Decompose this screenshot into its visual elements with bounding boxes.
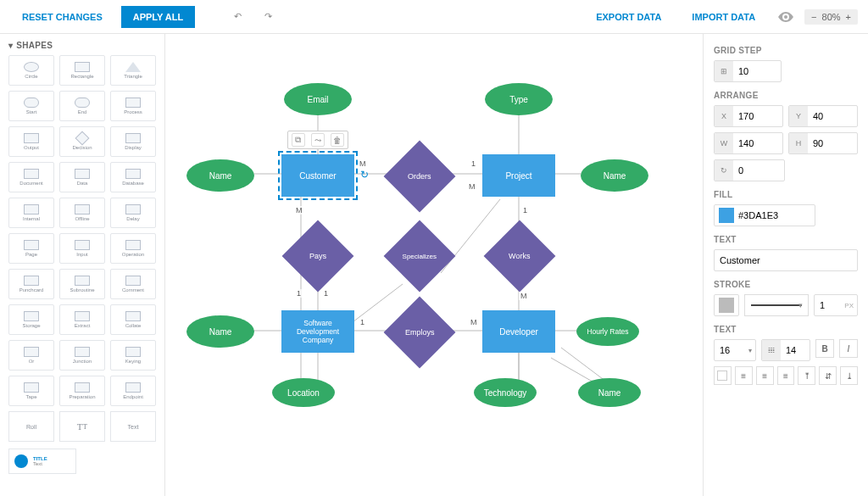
rel-orders[interactable]: Orders <box>384 141 456 213</box>
rel-works[interactable]: Works <box>484 220 556 293</box>
entity-customer[interactable]: Customer <box>281 154 354 197</box>
line-height-icon: 𝍖 <box>762 340 781 360</box>
shape-endpoint[interactable]: Endpoint <box>110 376 156 406</box>
shape-junction[interactable]: Junction <box>59 340 105 371</box>
shape-operation[interactable]: Operation <box>110 233 156 264</box>
shape-tape[interactable]: Tape <box>8 376 54 406</box>
shape-collate[interactable]: Collate <box>110 304 156 335</box>
align-right-button[interactable]: ≡ <box>777 366 795 385</box>
attr-location[interactable]: Location <box>272 378 335 407</box>
shape-page[interactable]: Page <box>8 233 54 264</box>
h-input[interactable] <box>808 138 857 148</box>
shape-text-tool[interactable]: TT <box>59 411 105 442</box>
mult-label: M <box>469 318 479 326</box>
shape-delay[interactable]: Delay <box>110 198 156 228</box>
attr-email[interactable]: Email <box>284 83 352 115</box>
rotate-handle-icon[interactable]: ↻ <box>359 169 370 181</box>
import-data-button[interactable]: IMPORT DATA <box>680 6 767 28</box>
h-icon: H <box>789 133 808 153</box>
shape-comment[interactable]: Comment <box>110 269 156 299</box>
font-size-input[interactable] <box>715 345 748 355</box>
shape-extract[interactable]: Extract <box>59 304 105 335</box>
attr-name-proj[interactable]: Name <box>581 159 648 192</box>
align-bottom-button[interactable]: ⤓ <box>840 366 858 385</box>
fill-input[interactable] <box>738 210 815 220</box>
mult-label: 1 <box>470 159 477 168</box>
canvas[interactable]: Email Type Name Name Name Hourly Rates L… <box>165 34 703 496</box>
collapse-icon[interactable]: ▾ <box>8 41 13 50</box>
shape-storage[interactable]: Storage <box>8 304 54 335</box>
shape-triangle[interactable]: Triangle <box>110 55 156 86</box>
undo-icon[interactable]: ↶ <box>225 5 249 29</box>
shape-document[interactable]: Document <box>8 162 54 192</box>
shape-or[interactable]: Or <box>8 340 54 371</box>
italic-button[interactable]: I <box>839 339 858 358</box>
redo-icon[interactable]: ↷ <box>256 5 280 29</box>
fill-swatch[interactable] <box>719 208 734 223</box>
apply-all-button[interactable]: APPLY ALL <box>121 6 196 28</box>
delete-icon[interactable]: 🗑 <box>331 133 344 147</box>
stroke-swatch[interactable] <box>719 298 734 313</box>
mult-label: M <box>467 182 477 191</box>
shape-text[interactable]: Text <box>110 411 156 442</box>
entity-project[interactable]: Project <box>482 154 555 197</box>
entity-developer[interactable]: Developer <box>482 310 555 353</box>
copy-icon[interactable]: ⧉ <box>292 133 305 147</box>
line-height-input[interactable] <box>781 345 810 355</box>
shape-internal[interactable]: Internal <box>8 198 54 228</box>
shape-decision[interactable]: Decision <box>59 126 105 157</box>
entity-sdc[interactable]: Software Development Company <box>281 310 354 353</box>
shape-database[interactable]: Database <box>110 162 156 192</box>
rel-employs[interactable]: Employs <box>384 297 456 369</box>
shape-data[interactable]: Data <box>59 162 105 192</box>
shape-end[interactable]: End <box>59 91 105 121</box>
rel-specializes[interactable]: Specializes <box>384 220 456 293</box>
text-content-label: TEXT <box>714 235 858 244</box>
shape-start[interactable]: Start <box>8 91 54 121</box>
shape-process[interactable]: Process <box>110 91 156 121</box>
zoom-in-icon[interactable]: + <box>846 12 851 22</box>
reset-changes-button[interactable]: RESET CHANGES <box>10 6 114 28</box>
shape-output[interactable]: Output <box>8 126 54 157</box>
align-center-button[interactable]: ≡ <box>756 366 774 385</box>
shape-preparation[interactable]: Preparation <box>59 376 105 406</box>
rel-pays[interactable]: Pays <box>282 220 354 293</box>
attr-name-dev[interactable]: Name <box>578 378 641 407</box>
bold-button[interactable]: B <box>815 339 834 358</box>
shape-offline[interactable]: Offline <box>59 198 105 228</box>
connect-icon[interactable]: ⤳ <box>311 133 325 147</box>
attr-technology[interactable]: Technology <box>474 378 537 407</box>
mult-label: 1 <box>359 318 366 326</box>
align-top-button[interactable]: ⤒ <box>798 366 815 385</box>
shape-roll[interactable]: Roll <box>8 411 54 442</box>
shape-card-preview[interactable]: TITLE Text <box>8 449 76 474</box>
shape-rectangle[interactable]: Rectangle <box>59 55 105 86</box>
shape-circle[interactable]: Circle <box>8 55 54 86</box>
shape-input[interactable]: Input <box>59 233 105 264</box>
mult-label: 1 <box>295 289 303 298</box>
text-color-button[interactable] <box>714 366 732 385</box>
x-input[interactable] <box>733 111 782 121</box>
align-middle-button[interactable]: ⇵ <box>819 366 837 385</box>
angle-input[interactable] <box>733 165 784 176</box>
align-left-button[interactable]: ≡ <box>735 366 753 385</box>
visibility-icon[interactable] <box>774 5 798 29</box>
y-input[interactable] <box>808 111 857 121</box>
attr-hourly[interactable]: Hourly Rates <box>576 317 639 346</box>
zoom-out-icon[interactable]: − <box>811 12 816 22</box>
w-input[interactable] <box>733 138 782 148</box>
text-input[interactable] <box>715 255 857 265</box>
grid-step-input[interactable] <box>733 66 781 76</box>
shape-punchcard[interactable]: Punchcard <box>8 269 54 299</box>
shape-keying[interactable]: Keying <box>110 340 156 371</box>
export-data-button[interactable]: EXPORT DATA <box>584 6 673 28</box>
attr-type[interactable]: Type <box>485 83 553 115</box>
stroke-width-input[interactable] <box>815 300 844 310</box>
shape-display[interactable]: Display <box>110 126 156 157</box>
attr-name-sdc[interactable]: Name <box>186 315 254 348</box>
svg-point-0 <box>784 15 787 19</box>
stroke-style-select[interactable] <box>744 294 809 316</box>
shape-subroutine[interactable]: Subroutine <box>59 269 105 299</box>
arrange-label: ARRANGE <box>714 91 858 100</box>
attr-name-cust[interactable]: Name <box>186 159 254 192</box>
